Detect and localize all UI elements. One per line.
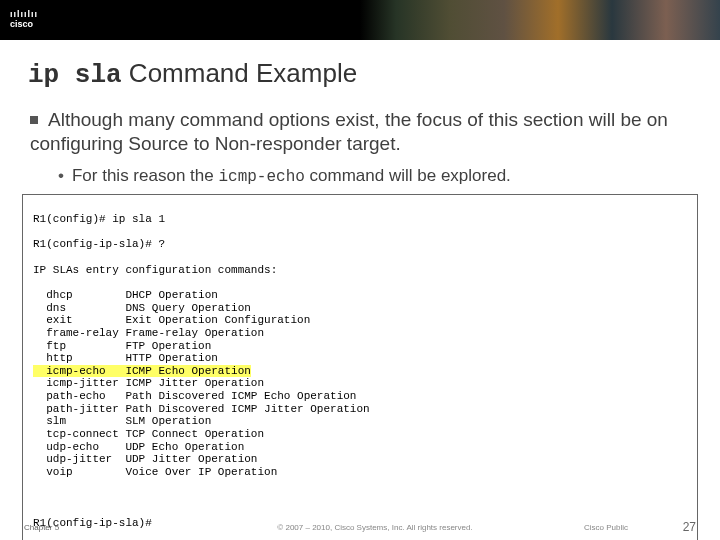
title-rest: Command Example — [122, 58, 358, 88]
term-line: R1(config-ip-sla)# ? — [33, 238, 687, 251]
logo-bars-icon: ıılıılıı — [10, 9, 38, 19]
term-option-desc: UDP Jitter Operation — [125, 453, 257, 465]
term-option-row: dns DNS Query Operation — [33, 302, 687, 315]
term-option-row: path-jitter Path Discovered ICMP Jitter … — [33, 403, 687, 416]
term-option: udp-jitter — [33, 453, 125, 465]
square-bullet-icon — [30, 116, 38, 124]
footer-copyright: © 2007 – 2010, Cisco Systems, Inc. All r… — [194, 523, 556, 532]
term-option: ftp — [33, 340, 125, 352]
term-option: path-echo — [33, 390, 125, 402]
term-option-row: ftp FTP Operation — [33, 340, 687, 353]
term-option-desc: UDP Echo Operation — [125, 441, 244, 453]
term-option-row: udp-echo UDP Echo Operation — [33, 441, 687, 454]
term-option: voip — [33, 466, 125, 478]
dot-bullet-icon: • — [58, 166, 64, 185]
sub-bullet-cmd: icmp-echo — [218, 168, 304, 186]
main-bullet-text: Although many command options exist, the… — [30, 109, 668, 154]
term-option-row: icmp-jitter ICMP Jitter Operation — [33, 377, 687, 390]
term-option-row: udp-jitter UDP Jitter Operation — [33, 453, 687, 466]
term-option-row: http HTTP Operation — [33, 352, 687, 365]
term-option-row: voip Voice Over IP Operation — [33, 466, 687, 479]
term-option-row: dhcp DHCP Operation — [33, 289, 687, 302]
sub-bullet: •For this reason the icmp-echo command w… — [58, 166, 690, 186]
term-option-desc: FTP Operation — [125, 340, 211, 352]
term-option-row: icmp-echo ICMP Echo Operation — [33, 365, 687, 378]
title-command: ip sla — [28, 60, 122, 90]
term-line: IP SLAs entry configuration commands: — [33, 264, 687, 277]
term-option: icmp-jitter — [33, 377, 125, 389]
term-option: dns — [33, 302, 125, 314]
term-option-desc: ICMP Echo Operation — [125, 365, 250, 377]
term-option-row: tcp-connect TCP Connect Operation — [33, 428, 687, 441]
term-option: exit — [33, 314, 125, 326]
term-option-row: exit Exit Operation Configuration — [33, 314, 687, 327]
sub-bullet-pre: For this reason the — [72, 166, 218, 185]
term-option: tcp-connect — [33, 428, 125, 440]
term-blank — [33, 491, 687, 504]
term-option-desc: DNS Query Operation — [125, 302, 250, 314]
term-option-desc: Exit Operation Configuration — [125, 314, 310, 326]
term-option-desc: SLM Operation — [125, 415, 211, 427]
term-option-desc: Path Discovered ICMP Jitter Operation — [125, 403, 369, 415]
header-photo-strip — [360, 0, 720, 40]
term-option-desc: Frame-relay Operation — [125, 327, 264, 339]
term-option: frame-relay — [33, 327, 125, 339]
footer-chapter: Chapter 5 — [24, 523, 194, 532]
term-option: http — [33, 352, 125, 364]
term-option: slm — [33, 415, 125, 427]
term-option-desc: Voice Over IP Operation — [125, 466, 277, 478]
footer-page: 27 — [656, 520, 696, 534]
footer-public: Cisco Public — [556, 523, 656, 532]
term-option-desc: TCP Connect Operation — [125, 428, 264, 440]
main-bullet: Although many command options exist, the… — [30, 108, 690, 156]
term-option-row: frame-relay Frame-relay Operation — [33, 327, 687, 340]
term-option-row: slm SLM Operation — [33, 415, 687, 428]
term-option-desc: HTTP Operation — [125, 352, 217, 364]
header-band: ıılıılıı cisco — [0, 0, 720, 40]
term-option: path-jitter — [33, 403, 125, 415]
term-option-desc: Path Discovered ICMP Echo Operation — [125, 390, 356, 402]
term-option: udp-echo — [33, 441, 125, 453]
footer: Chapter 5 © 2007 – 2010, Cisco Systems, … — [0, 520, 720, 534]
term-option-desc: DHCP Operation — [125, 289, 217, 301]
term-option-row: path-echo Path Discovered ICMP Echo Oper… — [33, 390, 687, 403]
term-option: dhcp — [33, 289, 125, 301]
term-option: icmp-echo — [33, 365, 125, 377]
brand-logo: ıılıılıı cisco — [0, 10, 38, 30]
term-option-desc: ICMP Jitter Operation — [125, 377, 264, 389]
sub-bullet-post: command will be explored. — [305, 166, 511, 185]
terminal-output: R1(config)# ip sla 1 R1(config-ip-sla)# … — [22, 194, 698, 541]
page-title: ip sla Command Example — [28, 58, 696, 90]
term-line: R1(config)# ip sla 1 — [33, 213, 687, 226]
brand-name: cisco — [10, 19, 33, 29]
